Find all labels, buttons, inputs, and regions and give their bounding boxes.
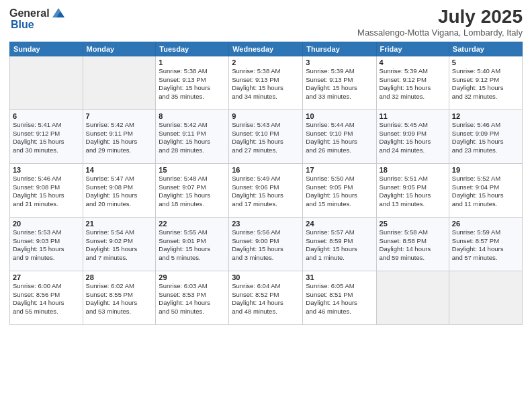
- day-info: Sunrise: 5:38 AM Sunset: 9:13 PM Dayligh…: [232, 67, 300, 101]
- page-header: General Blue July 2025 Massalengo-Motta …: [9, 7, 523, 38]
- day-number: 28: [86, 273, 153, 281]
- calendar-cell: 6Sunrise: 5:41 AM Sunset: 9:12 PM Daylig…: [10, 109, 83, 163]
- day-info: Sunrise: 5:38 AM Sunset: 9:13 PM Dayligh…: [159, 67, 226, 101]
- day-number: 21: [86, 220, 153, 228]
- day-info: Sunrise: 5:55 AM Sunset: 9:01 PM Dayligh…: [159, 228, 226, 263]
- calendar-cell: 30Sunrise: 6:04 AM Sunset: 8:52 PM Dayli…: [229, 271, 303, 324]
- day-info: Sunrise: 5:40 AM Sunset: 9:12 PM Dayligh…: [452, 67, 519, 101]
- day-info: Sunrise: 5:50 AM Sunset: 9:05 PM Dayligh…: [306, 175, 373, 209]
- header-friday: Friday: [376, 42, 449, 56]
- day-number: 25: [380, 220, 446, 228]
- calendar-header-row: Sunday Monday Tuesday Wednesday Thursday…: [10, 42, 523, 56]
- calendar-cell: 1Sunrise: 5:38 AM Sunset: 9:13 PM Daylig…: [156, 56, 229, 109]
- day-number: 7: [86, 112, 153, 120]
- calendar-cell: 7Sunrise: 5:42 AM Sunset: 9:11 PM Daylig…: [83, 109, 156, 163]
- day-number: 3: [306, 58, 373, 66]
- day-number: 15: [159, 166, 226, 174]
- calendar-cell: 17Sunrise: 5:50 AM Sunset: 9:05 PM Dayli…: [303, 163, 376, 217]
- calendar-cell: 28Sunrise: 6:02 AM Sunset: 8:55 PM Dayli…: [83, 271, 156, 324]
- day-info: Sunrise: 5:58 AM Sunset: 8:58 PM Dayligh…: [380, 228, 446, 263]
- day-info: Sunrise: 5:41 AM Sunset: 9:12 PM Dayligh…: [13, 121, 80, 155]
- day-info: Sunrise: 5:54 AM Sunset: 9:02 PM Dayligh…: [86, 228, 153, 263]
- calendar-week-row: 1Sunrise: 5:38 AM Sunset: 9:13 PM Daylig…: [10, 56, 523, 109]
- day-number: 11: [380, 112, 446, 120]
- calendar-cell: 25Sunrise: 5:58 AM Sunset: 8:58 PM Dayli…: [376, 217, 449, 271]
- header-sunday: Sunday: [10, 42, 83, 56]
- calendar-cell: 5Sunrise: 5:40 AM Sunset: 9:12 PM Daylig…: [449, 56, 522, 109]
- day-info: Sunrise: 5:43 AM Sunset: 9:10 PM Dayligh…: [232, 121, 300, 155]
- calendar-cell: 20Sunrise: 5:53 AM Sunset: 9:03 PM Dayli…: [10, 217, 83, 271]
- day-info: Sunrise: 5:44 AM Sunset: 9:10 PM Dayligh…: [306, 121, 373, 155]
- calendar-cell: 26Sunrise: 5:59 AM Sunset: 8:57 PM Dayli…: [449, 217, 522, 271]
- calendar-cell: 10Sunrise: 5:44 AM Sunset: 9:10 PM Dayli…: [303, 109, 376, 163]
- calendar-cell: 29Sunrise: 6:03 AM Sunset: 8:53 PM Dayli…: [156, 271, 229, 324]
- month-year-title: July 2025: [357, 7, 523, 28]
- calendar-cell: 2Sunrise: 5:38 AM Sunset: 9:13 PM Daylig…: [229, 56, 303, 109]
- calendar-week-row: 13Sunrise: 5:46 AM Sunset: 9:08 PM Dayli…: [10, 163, 523, 217]
- calendar-cell: 15Sunrise: 5:48 AM Sunset: 9:07 PM Dayli…: [156, 163, 229, 217]
- calendar-cell: 14Sunrise: 5:47 AM Sunset: 9:08 PM Dayli…: [83, 163, 156, 217]
- calendar-cell: 13Sunrise: 5:46 AM Sunset: 9:08 PM Dayli…: [10, 163, 83, 217]
- day-number: 5: [452, 58, 519, 66]
- calendar-cell: 23Sunrise: 5:56 AM Sunset: 9:00 PM Dayli…: [229, 217, 303, 271]
- day-info: Sunrise: 5:59 AM Sunset: 8:57 PM Dayligh…: [452, 228, 519, 263]
- calendar-cell: 3Sunrise: 5:39 AM Sunset: 9:13 PM Daylig…: [303, 56, 376, 109]
- header-tuesday: Tuesday: [156, 42, 229, 56]
- day-number: 31: [306, 273, 373, 281]
- day-number: 1: [159, 58, 226, 66]
- logo-blue: Blue: [11, 19, 34, 31]
- day-info: Sunrise: 5:46 AM Sunset: 9:08 PM Dayligh…: [13, 175, 80, 209]
- calendar-cell: 18Sunrise: 5:51 AM Sunset: 9:05 PM Dayli…: [376, 163, 449, 217]
- day-number: 2: [232, 58, 300, 66]
- day-info: Sunrise: 5:42 AM Sunset: 9:11 PM Dayligh…: [86, 121, 153, 155]
- logo-general: General: [9, 7, 50, 19]
- title-block: July 2025 Massalengo-Motta Vigana, Lomba…: [357, 7, 523, 38]
- calendar-cell: 16Sunrise: 5:49 AM Sunset: 9:06 PM Dayli…: [229, 163, 303, 217]
- day-info: Sunrise: 6:04 AM Sunset: 8:52 PM Dayligh…: [232, 282, 300, 316]
- calendar-cell: 4Sunrise: 5:39 AM Sunset: 9:12 PM Daylig…: [376, 56, 449, 109]
- header-saturday: Saturday: [449, 42, 522, 56]
- day-info: Sunrise: 5:53 AM Sunset: 9:03 PM Dayligh…: [13, 228, 80, 263]
- day-number: 16: [232, 166, 300, 174]
- calendar-cell: [83, 56, 156, 109]
- day-info: Sunrise: 5:39 AM Sunset: 9:12 PM Dayligh…: [380, 67, 446, 101]
- calendar-cell: [376, 271, 449, 324]
- calendar-cell: 9Sunrise: 5:43 AM Sunset: 9:10 PM Daylig…: [229, 109, 303, 163]
- day-number: 17: [306, 166, 373, 174]
- calendar-cell: 12Sunrise: 5:46 AM Sunset: 9:09 PM Dayli…: [449, 109, 522, 163]
- calendar-cell: 22Sunrise: 5:55 AM Sunset: 9:01 PM Dayli…: [156, 217, 229, 271]
- day-number: 29: [159, 273, 226, 281]
- day-number: 22: [159, 220, 226, 228]
- calendar-cell: 21Sunrise: 5:54 AM Sunset: 9:02 PM Dayli…: [83, 217, 156, 271]
- header-wednesday: Wednesday: [229, 42, 303, 56]
- calendar-cell: 11Sunrise: 5:45 AM Sunset: 9:09 PM Dayli…: [376, 109, 449, 163]
- header-monday: Monday: [83, 42, 156, 56]
- day-info: Sunrise: 5:57 AM Sunset: 8:59 PM Dayligh…: [306, 228, 373, 263]
- day-number: 18: [380, 166, 446, 174]
- day-number: 4: [380, 58, 446, 66]
- day-info: Sunrise: 5:46 AM Sunset: 9:09 PM Dayligh…: [452, 121, 519, 155]
- day-number: 10: [306, 112, 373, 120]
- day-number: 6: [13, 112, 80, 120]
- calendar-cell: 27Sunrise: 6:00 AM Sunset: 8:56 PM Dayli…: [10, 271, 83, 324]
- day-number: 19: [452, 166, 519, 174]
- day-info: Sunrise: 5:51 AM Sunset: 9:05 PM Dayligh…: [380, 175, 446, 209]
- day-number: 26: [452, 220, 519, 228]
- calendar-week-row: 6Sunrise: 5:41 AM Sunset: 9:12 PM Daylig…: [10, 109, 523, 163]
- day-number: 13: [13, 166, 80, 174]
- day-number: 30: [232, 273, 300, 281]
- calendar-week-row: 27Sunrise: 6:00 AM Sunset: 8:56 PM Dayli…: [10, 271, 523, 324]
- day-info: Sunrise: 6:00 AM Sunset: 8:56 PM Dayligh…: [13, 282, 80, 316]
- day-number: 23: [232, 220, 300, 228]
- location-subtitle: Massalengo-Motta Vigana, Lombardy, Italy: [357, 28, 523, 38]
- day-info: Sunrise: 5:52 AM Sunset: 9:04 PM Dayligh…: [452, 175, 519, 209]
- calendar-cell: 8Sunrise: 5:42 AM Sunset: 9:11 PM Daylig…: [156, 109, 229, 163]
- calendar-cell: 31Sunrise: 6:05 AM Sunset: 8:51 PM Dayli…: [303, 271, 376, 324]
- day-info: Sunrise: 5:45 AM Sunset: 9:09 PM Dayligh…: [380, 121, 446, 155]
- day-info: Sunrise: 5:42 AM Sunset: 9:11 PM Dayligh…: [159, 121, 226, 155]
- day-number: 14: [86, 166, 153, 174]
- calendar-cell: 19Sunrise: 5:52 AM Sunset: 9:04 PM Dayli…: [449, 163, 522, 217]
- calendar-week-row: 20Sunrise: 5:53 AM Sunset: 9:03 PM Dayli…: [10, 217, 523, 271]
- day-info: Sunrise: 6:02 AM Sunset: 8:55 PM Dayligh…: [86, 282, 153, 316]
- day-number: 8: [159, 112, 226, 120]
